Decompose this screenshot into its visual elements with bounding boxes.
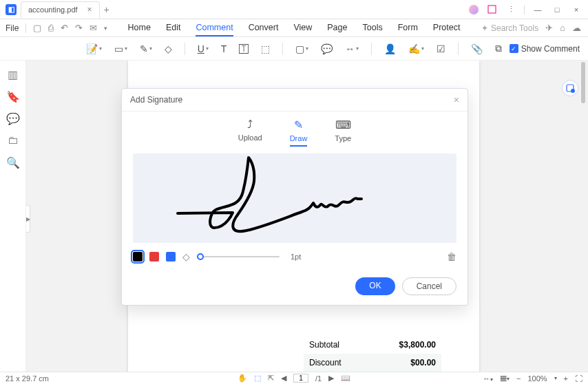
menu-protect[interactable]: Protect xyxy=(433,20,461,36)
vertical-scrollbar[interactable] xyxy=(581,62,585,103)
prev-page-icon[interactable]: ◀ xyxy=(281,374,286,383)
checkbox-checked-icon: ✓ xyxy=(510,44,518,53)
slider-handle[interactable] xyxy=(197,253,204,260)
menu-form[interactable]: Form xyxy=(398,20,418,36)
sparkle-icon: ✦ xyxy=(481,23,488,33)
undo-icon[interactable]: ↶ xyxy=(61,23,68,33)
document-tab[interactable]: accounting.pdf × xyxy=(21,1,100,18)
bookmarks-icon[interactable]: 🔖 xyxy=(8,91,19,102)
reading-mode-icon[interactable]: 📖 xyxy=(341,374,350,383)
menu-tools[interactable]: Tools xyxy=(362,20,382,36)
area-tool[interactable]: ⬚ xyxy=(261,43,270,54)
qat-dropdown-icon[interactable]: ▾ xyxy=(104,25,107,32)
color-red[interactable] xyxy=(149,252,159,262)
underline-tool[interactable]: U▾ xyxy=(198,43,209,54)
home-icon[interactable]: ⌂ xyxy=(560,23,565,33)
dialog-title: Add Signature xyxy=(130,95,182,105)
highlight-tool[interactable]: ▭▾ xyxy=(114,43,127,54)
eraser-icon[interactable]: ◇ xyxy=(182,251,190,262)
text-tool[interactable]: T xyxy=(221,43,227,54)
signature-stroke xyxy=(133,153,458,243)
ai-assistant-badge[interactable] xyxy=(562,80,578,96)
page-number-input[interactable] xyxy=(293,374,308,383)
left-sidebar: ▥ 🔖 💬 🗀 🔍 xyxy=(0,61,26,372)
hand-tool-icon[interactable]: ✋ xyxy=(238,374,247,383)
page-total: /1 xyxy=(315,374,322,383)
svg-rect-0 xyxy=(488,6,496,13)
comments-panel-icon[interactable]: 💬 xyxy=(8,113,19,124)
reflow-icon[interactable]: ⇱ xyxy=(268,374,274,383)
menu-comment[interactable]: Comment xyxy=(196,20,233,36)
compare-tool[interactable]: ⧉ xyxy=(495,43,502,54)
tab-title: accounting.pdf xyxy=(28,6,78,14)
eraser-tool[interactable]: ◇ xyxy=(165,43,172,54)
zoom-in-icon[interactable]: + xyxy=(564,374,568,383)
shape-tool[interactable]: ▢▾ xyxy=(295,43,308,54)
measure-tool[interactable]: ↔▾ xyxy=(345,43,359,54)
fit-width-icon[interactable]: ↔▾ xyxy=(483,374,493,383)
thickness-slider[interactable] xyxy=(197,256,280,257)
color-black[interactable] xyxy=(133,252,143,262)
approve-tool[interactable]: ☑ xyxy=(437,43,445,54)
tab-upload[interactable]: ⤴ Upload xyxy=(238,118,262,147)
file-menu[interactable]: File xyxy=(6,23,19,33)
save-icon[interactable]: ▢ xyxy=(33,23,41,33)
attachments-icon[interactable]: 🗀 xyxy=(8,135,19,146)
svg-point-2 xyxy=(571,89,575,93)
select-tool-icon[interactable]: ⬚ xyxy=(254,374,261,383)
draw-icon: ✎ xyxy=(294,118,303,131)
textbox-tool[interactable]: 🅃 xyxy=(239,43,249,54)
signature-tool[interactable]: ✍▾ xyxy=(408,43,424,54)
signature-drawing-pad[interactable] xyxy=(133,153,456,243)
attachment-tool[interactable]: 📎 xyxy=(471,43,483,54)
invoice-summary: Subtotal$3,800.00 Discount$00.00 Tax$00.… xyxy=(304,336,441,372)
menu-convert[interactable]: Convert xyxy=(249,20,279,36)
minimize-button[interactable]: — xyxy=(532,3,544,16)
redo-icon[interactable]: ↷ xyxy=(75,23,83,33)
user-avatar[interactable] xyxy=(469,5,479,14)
print-icon[interactable]: ⎙ xyxy=(48,23,54,33)
table-row: Subtotal$3,800.00 xyxy=(304,336,441,354)
mail-icon[interactable]: ✉ xyxy=(90,23,97,33)
color-blue[interactable] xyxy=(166,252,176,262)
signature-mode-tabs: ⤴ Upload ✎ Draw ⌨ Type xyxy=(122,111,468,151)
thickness-value: 1pt xyxy=(291,253,301,261)
clear-signature-icon[interactable]: 🗑 xyxy=(447,251,456,262)
add-signature-dialog: Add Signature × ⤴ Upload ✎ Draw ⌨ Type ◇… xyxy=(121,88,468,306)
tab-draw[interactable]: ✎ Draw xyxy=(290,118,308,147)
tab-type[interactable]: ⌨ Type xyxy=(335,118,351,147)
note-tool[interactable]: 📝▾ xyxy=(86,43,102,54)
show-comment-toggle[interactable]: ✓ Show Comment xyxy=(510,44,580,54)
menu-page[interactable]: Page xyxy=(327,20,347,36)
menu-home[interactable]: Home xyxy=(128,20,151,36)
zoom-out-icon[interactable]: − xyxy=(516,374,521,383)
close-window-button[interactable]: × xyxy=(570,3,582,16)
zoom-dropdown-icon[interactable]: ▾ xyxy=(554,375,557,381)
menubar: File ▢ ⎙ ↶ ↷ ✉ ▾ HomeEditCommentConvertV… xyxy=(0,19,588,37)
stamp-tool[interactable]: 👤 xyxy=(384,43,396,54)
cloud-icon[interactable]: ☁ xyxy=(572,23,581,33)
menu-edit[interactable]: Edit xyxy=(166,20,181,36)
maximize-button[interactable]: □ xyxy=(551,3,563,16)
dialog-close-icon[interactable]: × xyxy=(454,94,459,105)
page-dimensions: 21 x 29.7 cm xyxy=(6,374,49,383)
pencil-tool[interactable]: ✎▾ xyxy=(140,43,152,54)
comment-toolbar: 📝▾ ▭▾ ✎▾ ◇ U▾ T 🅃 ⬚ ▢▾ 💬 ↔▾ 👤 ✍▾ ☑ 📎 ⧉ ✓… xyxy=(0,37,588,61)
upload-icon: ⤴ xyxy=(247,118,253,131)
fullscreen-icon[interactable]: ⛶ xyxy=(575,374,582,383)
search-panel-icon[interactable]: 🔍 xyxy=(8,157,19,168)
ok-button[interactable]: OK xyxy=(355,277,395,295)
notification-icon[interactable] xyxy=(485,3,498,16)
new-tab-button[interactable]: + xyxy=(104,4,109,15)
table-row: Discount$00.00 xyxy=(304,354,441,372)
search-tools[interactable]: ✦ Search Tools xyxy=(481,23,538,33)
view-mode-icon[interactable]: ▦▾ xyxy=(500,374,510,383)
cancel-button[interactable]: Cancel xyxy=(402,277,456,295)
callout-tool[interactable]: 💬 xyxy=(321,43,333,54)
close-tab-icon[interactable]: × xyxy=(87,5,92,14)
next-page-icon[interactable]: ▶ xyxy=(328,374,334,383)
thumbnails-icon[interactable]: ▥ xyxy=(8,69,19,80)
kebab-menu-icon[interactable]: ⋮ xyxy=(505,3,517,16)
send-icon[interactable]: ✈ xyxy=(545,23,553,33)
menu-view[interactable]: View xyxy=(293,20,312,36)
